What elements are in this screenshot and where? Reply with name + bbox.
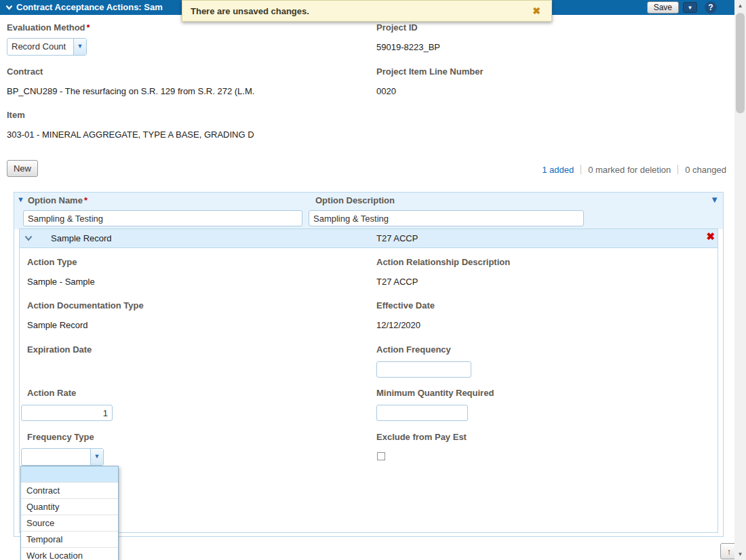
exclude-from-pay-est-checkbox[interactable] — [377, 452, 385, 460]
action-type-label: Action Type — [27, 257, 77, 267]
delete-action-icon[interactable]: ✖ — [706, 231, 715, 243]
toast-close-icon[interactable]: ✖ — [532, 5, 541, 16]
vertical-scrollbar[interactable]: ▲ ▼ — [734, 0, 746, 560]
app-window: Contract Acceptance Actions: Sam Save ▼ … — [0, 0, 746, 560]
change-counters: 1 added0 marked for deletion0 changed — [542, 165, 726, 175]
evaluation-method-label-text: Evaluation Method — [7, 22, 85, 33]
minimum-quantity-required-label: Minimum Quantity Required — [376, 388, 494, 398]
minimum-quantity-required-input[interactable] — [376, 405, 468, 421]
scrollbar-up-icon[interactable]: ▲ — [734, 0, 746, 12]
scrollbar-thumb[interactable] — [736, 13, 745, 113]
action-collapse-icon[interactable] — [24, 235, 33, 241]
option-description-input[interactable] — [309, 210, 584, 226]
action-rate-input[interactable] — [21, 405, 113, 421]
option-description-label: Option Description — [315, 195, 395, 205]
action-relationship-description-label: Action Relationship Description — [376, 257, 510, 267]
scrollbar-down-icon[interactable]: ▼ — [734, 548, 746, 560]
project-item-line-number-value: 0020 — [376, 86, 396, 96]
frequency-type-label: Frequency Type — [27, 432, 94, 442]
action-panel — [19, 228, 718, 533]
option-collapse-icon[interactable]: ▼ — [17, 195, 24, 203]
save-menu-caret-icon[interactable]: ▼ — [683, 2, 697, 13]
required-marker: * — [87, 22, 90, 33]
frequency-option-contract[interactable]: Contract — [21, 483, 118, 499]
frequency-option-source[interactable]: Source — [21, 515, 118, 532]
contract-value: BP_CNU289 - The resurfacing on S.R. 129 … — [7, 86, 254, 96]
counter-divider — [678, 165, 678, 174]
required-marker: * — [84, 195, 87, 205]
action-rate-label: Action Rate — [27, 388, 76, 398]
changed-count: 0 changed — [685, 165, 726, 175]
action-type-value: Sample - Sample — [27, 277, 95, 287]
frequency-type-options-list: Contract Quantity Source Temporal Work L… — [20, 466, 119, 560]
action-documentation-type-value: Sample Record — [27, 320, 88, 330]
action-relationship-description-value: T27 ACCP — [376, 277, 418, 287]
toast-message: There are unsaved changes. — [191, 6, 532, 16]
counter-divider — [581, 165, 581, 174]
option-name-label: Option Name* — [28, 195, 87, 205]
action-frequency-label: Action Frequency — [376, 344, 451, 355]
save-button[interactable]: Save — [647, 1, 679, 14]
action-row-subtitle: T27 ACCP — [376, 233, 418, 243]
expiration-date-label: Expiration Date — [27, 344, 92, 355]
added-count: 1 added — [542, 165, 574, 175]
frequency-type-dropdown-icon[interactable]: ▼ — [90, 449, 103, 465]
marked-for-deletion-count: 0 marked for deletion — [588, 165, 671, 175]
project-item-line-number-label: Project Item Line Number — [376, 66, 483, 77]
frequency-option-temporal[interactable]: Temporal — [21, 532, 118, 548]
action-frequency-input[interactable] — [376, 361, 471, 378]
unsaved-changes-toast: There are unsaved changes. ✖ — [182, 0, 552, 22]
project-id-label: Project ID — [376, 22, 418, 33]
evaluation-method-dropdown-icon[interactable]: ▼ — [73, 39, 86, 55]
evaluation-method-value: Record Count — [7, 39, 73, 55]
help-icon[interactable]: ? — [705, 1, 717, 14]
action-documentation-type-label: Action Documentation Type — [27, 300, 144, 311]
page-title: Contract Acceptance Actions: Sam — [16, 0, 163, 15]
frequency-type-value — [22, 449, 90, 465]
frequency-option-blank[interactable] — [21, 466, 118, 483]
option-name-input[interactable] — [23, 210, 302, 226]
collapse-page-icon[interactable] — [5, 5, 13, 10]
item-value: 303-01 - MINERAL AGGREGATE, TYPE A BASE,… — [7, 129, 254, 140]
exclude-from-pay-est-label: Exclude from Pay Est — [376, 432, 467, 442]
item-label: Item — [7, 110, 25, 120]
action-row-title: Sample Record — [51, 233, 112, 243]
frequency-option-work-location[interactable]: Work Location — [21, 548, 118, 560]
effective-date-value: 12/12/2020 — [376, 320, 420, 330]
evaluation-method-label: Evaluation Method* — [7, 22, 90, 33]
new-button[interactable]: New — [7, 160, 38, 177]
frequency-type-select[interactable]: ▼ — [21, 448, 104, 466]
effective-date-label: Effective Date — [376, 300, 435, 311]
evaluation-method-select[interactable]: Record Count ▼ — [7, 38, 87, 56]
option-name-label-text: Option Name — [28, 195, 83, 205]
option-row-actions-icon[interactable]: ▼ — [710, 195, 719, 205]
contract-label: Contract — [7, 66, 43, 77]
action-panel-header — [20, 229, 718, 248]
project-id-value: 59019-8223_BP — [376, 42, 440, 52]
frequency-option-quantity[interactable]: Quantity — [21, 499, 118, 515]
